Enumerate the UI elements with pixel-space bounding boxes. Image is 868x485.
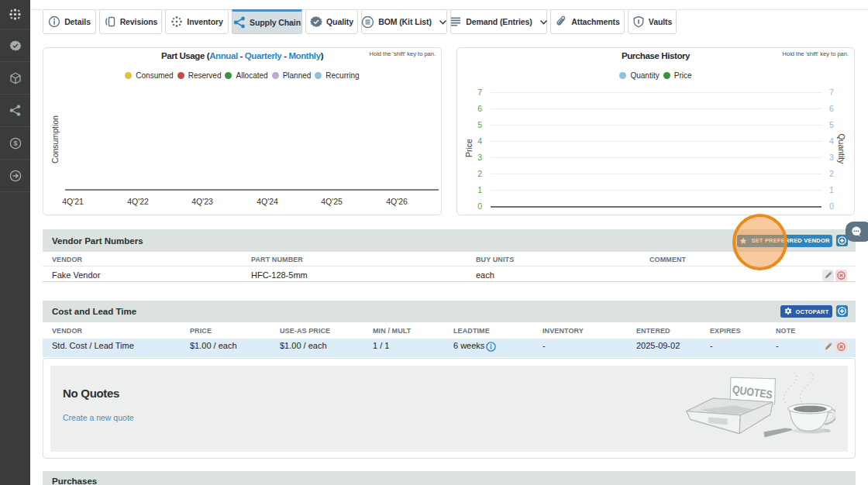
svg-text:$: $ <box>13 139 17 147</box>
